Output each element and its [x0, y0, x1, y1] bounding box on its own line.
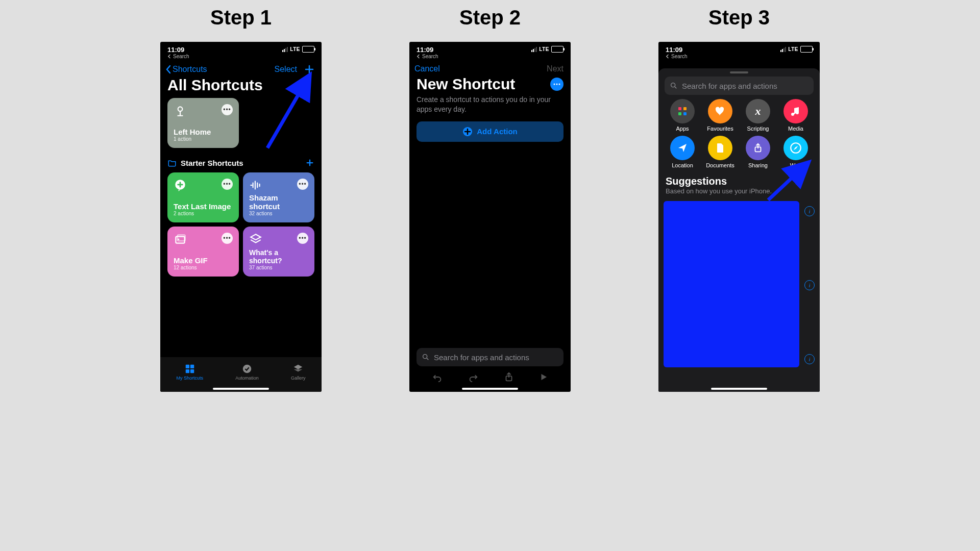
card-subtitle: 12 actions [174, 265, 233, 270]
share-icon[interactable] [503, 371, 514, 383]
phone-step2: 11:09 LTE Search Cancel Next New Shortcu… [409, 42, 571, 392]
svg-point-0 [178, 107, 183, 111]
card-subtitle: 37 actions [249, 265, 308, 270]
waveform-icon [249, 179, 262, 192]
svg-rect-19 [683, 107, 687, 110]
back-to-search[interactable]: Search [160, 54, 322, 59]
home-indicator[interactable] [711, 388, 767, 390]
card-more-icon[interactable]: ••• [297, 179, 308, 190]
card-subtitle: 2 actions [174, 211, 233, 216]
description-text: Create a shortcut to actions you do in y… [409, 93, 571, 121]
svg-rect-20 [678, 112, 681, 115]
category-apps[interactable]: Apps [664, 99, 701, 132]
category-documents[interactable]: Documents [701, 136, 739, 168]
heart-icon [708, 99, 732, 123]
category-web[interactable]: Web [777, 136, 815, 168]
tab-label: Automation [235, 375, 259, 381]
battery-icon [551, 46, 564, 53]
status-bar: 11:09 LTE [409, 42, 571, 54]
actions-sheet: Search for apps and actions Apps Favouri… [658, 68, 820, 392]
undo-icon[interactable] [432, 371, 443, 383]
category-label: Documents [706, 162, 734, 168]
tab-automation[interactable]: Automation [235, 363, 259, 381]
editor-toolbar [409, 371, 571, 383]
sheet-grabber[interactable] [730, 71, 748, 73]
category-label: Favourites [707, 126, 733, 132]
back-search-label: Search [671, 54, 688, 59]
info-icon[interactable]: i [804, 280, 815, 290]
back-shortcuts-button[interactable]: Shortcuts [165, 65, 207, 74]
home-indicator[interactable] [462, 388, 518, 390]
back-search-label: Search [173, 54, 189, 59]
category-sharing[interactable]: Sharing [739, 136, 777, 168]
signal-icon [531, 47, 537, 52]
back-to-search[interactable]: Search [409, 54, 571, 59]
card-title: Make GIF [174, 256, 233, 265]
svg-rect-5 [186, 365, 189, 368]
category-favourites[interactable]: Favourites [701, 99, 739, 132]
svg-rect-21 [683, 112, 687, 115]
add-action-button[interactable]: Add Action [416, 121, 564, 142]
folder-icon [167, 158, 177, 167]
tab-my-shortcuts[interactable]: My Shortcuts [177, 363, 204, 381]
shortcut-card-make-gif[interactable]: ••• Make GIF12 actions [167, 227, 239, 277]
svg-rect-8 [190, 369, 194, 373]
shortcut-card-shazam[interactable]: ••• Shazam shortcut32 actions [243, 172, 314, 222]
shortcut-card-left-home[interactable]: ••• Left Home 1 action [167, 98, 239, 148]
page-title: All Shortcuts [160, 74, 322, 98]
network-label: LTE [539, 46, 549, 52]
info-icon[interactable]: i [804, 206, 815, 216]
tab-label: Gallery [291, 375, 306, 381]
home-indicator[interactable] [213, 388, 269, 390]
svg-point-11 [554, 84, 555, 85]
category-label: Media [788, 126, 803, 132]
back-search-label: Search [422, 54, 438, 59]
back-shortcuts-label: Shortcuts [173, 65, 207, 74]
step-2-label: Step 2 [409, 6, 571, 29]
svg-point-15 [423, 355, 427, 359]
search-icon [670, 82, 678, 90]
card-more-icon[interactable]: ••• [222, 233, 233, 244]
suggestions-redacted-block [664, 201, 799, 367]
add-starter-button[interactable] [305, 158, 314, 167]
safari-icon [783, 136, 808, 160]
scripting-icon: x [746, 99, 770, 123]
category-label: Apps [676, 126, 689, 132]
shortcut-settings-button[interactable] [550, 78, 564, 91]
add-shortcut-button[interactable] [304, 64, 314, 74]
back-to-search[interactable]: Search [658, 54, 820, 59]
shortcut-card-text-last[interactable]: ••• Text Last Image2 actions [167, 172, 239, 222]
music-note-icon [783, 99, 808, 123]
category-media[interactable]: Media [777, 99, 815, 132]
shortcut-card-whats[interactable]: ••• What's a shortcut?37 actions [243, 227, 314, 277]
card-subtitle: 1 action [174, 136, 233, 142]
info-icon[interactable]: i [804, 354, 815, 364]
page-title: New Shortcut [416, 76, 515, 93]
message-plus-icon [174, 179, 187, 192]
search-apps-input[interactable]: Search for apps and actions [416, 348, 564, 366]
select-button[interactable]: Select [275, 65, 297, 74]
status-bar: 11:09 LTE [658, 42, 820, 54]
redo-icon[interactable] [468, 371, 479, 383]
card-more-icon[interactable]: ••• [222, 179, 233, 190]
section-starter-label[interactable]: Starter Shortcuts [181, 159, 243, 167]
card-title: Left Home [174, 128, 233, 136]
category-label: Location [672, 162, 693, 168]
search-apps-input[interactable]: Search for apps and actions [665, 77, 814, 95]
network-label: LTE [788, 46, 798, 52]
category-label: Web [790, 162, 801, 168]
card-title: Text Last Image [174, 202, 233, 211]
category-location[interactable]: Location [664, 136, 701, 168]
layers-icon [249, 233, 262, 246]
status-time: 11:09 [416, 46, 433, 54]
svg-point-17 [671, 83, 675, 87]
category-scripting[interactable]: x Scripting [739, 99, 777, 132]
card-title: Shazam shortcut [249, 193, 308, 211]
tab-gallery[interactable]: Gallery [291, 363, 306, 381]
card-more-icon[interactable]: ••• [297, 233, 308, 244]
cancel-button[interactable]: Cancel [414, 64, 440, 73]
signal-icon [780, 47, 786, 52]
next-button[interactable]: Next [547, 64, 564, 73]
card-more-icon[interactable]: ••• [222, 104, 233, 115]
play-icon[interactable] [539, 372, 548, 382]
